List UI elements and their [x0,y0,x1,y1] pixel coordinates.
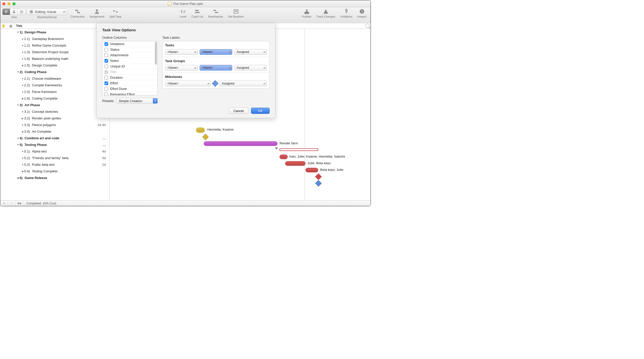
milestone-marker[interactable] [315,173,321,180]
outline-row[interactable]: ◆6)Game Release [0,174,109,181]
search-icon[interactable] [365,24,370,28]
view-mode-calendar[interactable] [18,9,25,15]
column-checkbox-row[interactable]: Remaining Effort [103,92,157,95]
set-baseline-button[interactable]: Set Baseline [226,8,246,18]
groups-right-select[interactable]: Assigned▴▾ [234,65,267,71]
catch-up-button[interactable]: Catch Up [189,8,205,18]
outline-row[interactable]: ▼2)Coding Phase [0,68,109,75]
column-checkbox-row[interactable]: Status [103,47,157,52]
outline-row[interactable]: ◆3.4)Art Complete [0,128,109,135]
connection-button[interactable]: Connection [68,8,87,18]
svg-point-17 [346,10,347,11]
group-bar[interactable] [280,148,318,151]
close-window-button[interactable] [2,2,5,5]
column-checkbox-row[interactable]: Violations [103,41,157,47]
column-checkbox[interactable] [105,93,108,96]
outline-row[interactable]: ●2.2)Compile frameworks [0,82,109,88]
outline-row[interactable]: ▼3)Art Phase [0,102,109,108]
tasks-right-select[interactable]: Assigned▴▾ [234,49,267,55]
inspector-splitter[interactable] [305,29,305,200]
assignment-button[interactable]: Assignment [88,8,106,18]
column-checkbox[interactable] [105,53,108,57]
inspect-button[interactable]: Inspect [356,8,369,18]
outline-row[interactable]: ◆1.5)Design Complete [0,62,109,68]
baseline-value: Editing: Actual [35,10,56,14]
outline-row[interactable]: ◆2.4)Coding Complete [0,95,109,102]
cancel-button[interactable]: Cancel [229,108,248,114]
outline-columns-listbox[interactable]: ViolationsStatusAttachmentsNotesUnique I… [102,41,158,95]
column-checkbox-row[interactable]: Unique ID [103,64,157,69]
outline-row[interactable]: ●5.1)Alpha test4d [0,148,109,155]
outline-row[interactable]: ▼1)Design Phase [0,29,109,35]
reschedule-button[interactable]: Reschedule [206,8,225,18]
view-mode-gantt[interactable] [3,9,10,15]
svg-rect-4 [20,11,23,13]
task-bar[interactable] [280,155,288,159]
column-checkbox-row[interactable]: Effort Done [103,86,157,92]
column-checkbox-row[interactable]: Effort [103,80,157,86]
outline-row[interactable]: ●3.1)Concept sketches [0,108,109,115]
action-menu-button[interactable]: ✲▾ [16,201,23,206]
presets-select[interactable]: Simple Creation ▴▾ [116,98,158,104]
milestone-marker[interactable] [202,134,209,140]
column-checkbox[interactable] [105,65,108,68]
outline-pane[interactable]: ▼1)Design Phase●1.1)Gameplay Brainstorm●… [0,29,110,200]
task-bar[interactable] [204,141,277,146]
outline-row[interactable]: ●1.3)Determine Project Scope [0,49,109,55]
tasks-left-select[interactable]: <None>▴▾ [165,49,198,55]
groups-mid-select[interactable]: <None>▴▾ [200,65,232,71]
select-stepper-icon: ▴▾ [153,98,157,103]
violations-button[interactable]: Violations [338,8,355,18]
outline-row[interactable]: ●3.3)Fleece polygons2d 4h [0,121,109,128]
level-button[interactable]: Level [178,8,188,18]
remove-button[interactable]: － [8,201,16,206]
milestone-marker[interactable] [315,180,321,186]
milestones-left-select[interactable]: <None>▴▾ [165,81,211,86]
outline-row[interactable]: ●1.2)Refine Game Concepts [0,42,109,49]
outline-row[interactable]: ●2.3)Parse framistans [0,88,109,95]
outline-row[interactable]: ▼5)Testing Phase… [0,141,109,148]
ok-button[interactable]: OK [251,108,270,114]
column-checkbox[interactable] [105,81,108,85]
baseline-group: Editing: Actual ▴▾ Baseline/Actual [27,8,67,19]
baseline-label: Baseline/Actual [37,16,57,19]
updown-icon: ▴▾ [194,67,196,69]
column-checkbox-row[interactable]: Attachments [103,52,157,58]
outline-row[interactable]: ●5.2)“Friends and family” beta3d [0,155,109,161]
column-checkbox [105,70,108,74]
column-checkbox[interactable] [105,87,108,91]
task-bar[interactable] [196,128,205,133]
outline-row[interactable]: ●1.4)Balance underlying math [0,55,109,62]
listbox-scrollbar[interactable] [155,42,157,65]
outline-row[interactable]: ●1.1)Gameplay Brainstorm [0,35,109,42]
column-checkbox[interactable] [105,48,108,51]
publish-button[interactable]: Publish [300,8,313,18]
column-checkbox[interactable] [105,59,108,63]
outline-row[interactable]: ●2.1)Choose middleware [0,75,109,82]
split-task-button[interactable]: Split Task [107,8,123,18]
column-checkbox[interactable] [105,42,108,46]
zoom-window-button[interactable] [12,2,16,5]
view-segmented-control[interactable] [2,8,26,15]
add-button[interactable]: ＋ [0,201,8,206]
column-checkbox-row[interactable]: Duration [103,75,157,80]
tasks-mid-select[interactable]: <None>▴▾ [200,49,232,55]
outline-row[interactable]: ◆5.4)Testing Complete [0,168,109,174]
title-column-header[interactable]: Title [14,23,96,29]
milestones-right-select[interactable]: Assigned▴▾ [219,81,267,86]
task-bar[interactable] [305,168,318,172]
column-checkbox-label: Effort Done [110,87,127,91]
presets-value: Simple Creation [119,99,142,103]
track-changes-button[interactable]: Track Changes [314,8,337,18]
groups-left-select[interactable]: <None>▴▾ [165,65,198,71]
column-checkbox[interactable] [105,76,108,79]
minimize-window-button[interactable] [7,2,10,5]
column-checkbox-label: Effort [110,81,118,85]
outline-row[interactable]: ●5.3)Public beta test2d [0,161,109,168]
outline-row[interactable]: ▶3.2)Render pixel sprites [0,115,109,121]
outline-row[interactable]: ●4)Combine art and code… [0,135,109,141]
view-mode-resource[interactable] [10,9,18,15]
baseline-actual-dropdown[interactable]: Editing: Actual ▴▾ [27,8,67,15]
column-checkbox-row[interactable]: Notes [103,58,157,64]
task-bar[interactable] [285,161,305,166]
